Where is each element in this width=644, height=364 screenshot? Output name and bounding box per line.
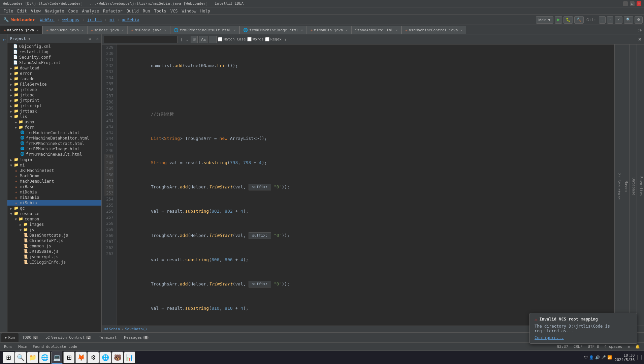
toolbar-link-websrc[interactable]: WebSrc <box>38 18 56 22</box>
tree-item-jsencrypt[interactable]: 📜 jsencrypt.js <box>7 254 101 260</box>
settings-button[interactable]: ⚙ <box>635 16 643 24</box>
tree-item-form[interactable]: ▼ 📁 form <box>7 125 101 130</box>
menu-build[interactable]: Build <box>125 8 141 14</box>
menu-window[interactable]: Window <box>180 8 198 14</box>
tree-item-qc[interactable]: ▶ 📁 qc <box>7 206 101 211</box>
project-collapse-icon[interactable]: – <box>93 36 95 41</box>
tree-item-facade[interactable]: ▶ 📁 facade <box>7 76 101 82</box>
indent-setting[interactable]: 4 spaces <box>603 344 623 349</box>
words-checkbox[interactable]: Words <box>247 37 264 41</box>
tree-item-standashx[interactable]: 📄 StandAshxProj.iml <box>7 60 101 65</box>
file-encoding[interactable]: UTF-8 <box>586 344 600 349</box>
toolbar-link-mi[interactable]: mi <box>108 18 116 22</box>
tree-item-mibase[interactable]: ☕ miBase <box>7 184 101 189</box>
taskbar-firefox[interactable]: 🦊 <box>75 352 87 364</box>
vcs-update[interactable]: ↓ <box>599 16 606 24</box>
find-extra-button[interactable]: ⋯ <box>209 36 217 43</box>
tree-item-mi[interactable]: ▼ 📁 mi <box>7 162 101 168</box>
menu-vcs[interactable]: VCS <box>168 8 180 14</box>
tree-item-jrtmachinetest[interactable]: ☕ JRTMachineTest <box>7 168 101 173</box>
bottom-tab-terminal[interactable]: Terminal <box>95 333 120 342</box>
speaker-icon[interactable]: 🔊 <box>595 355 600 360</box>
taskbar-search[interactable]: 🔍 <box>14 352 27 364</box>
menu-code[interactable]: Code <box>66 8 80 14</box>
menu-tools[interactable]: Tools <box>152 8 168 14</box>
taskbar-chrome[interactable]: 🌐 <box>99 352 111 364</box>
menu-edit[interactable]: Edit <box>15 8 29 14</box>
tab-midobia[interactable]: ☕ miDobia.java ✕ <box>127 26 170 34</box>
tree-item-error[interactable]: ▶ 📁 error <box>7 71 101 76</box>
toolbar-link-jrtlis[interactable]: jrtlis <box>86 18 103 22</box>
vcs-commit[interactable]: ✓ <box>615 16 622 24</box>
tree-item-lis[interactable]: ▼ 📁 lis <box>7 114 101 119</box>
code-text[interactable]: nameList.add(value10Name.trim()); //分割坐标… <box>117 44 614 326</box>
structure-label[interactable]: 2: Structure <box>616 173 622 200</box>
tree-item-chinesetopy[interactable]: 📜 ChineseToPY.js <box>7 238 101 243</box>
taskbar-explorer[interactable]: 📁 <box>27 352 39 364</box>
cursor-position[interactable]: 92:37 <box>556 344 570 349</box>
tree-item-baseshortcuts[interactable]: 📜 BaseShortcuts.js <box>7 233 101 238</box>
tree-item-objconfig[interactable]: 📄 ObjConfig.xml <box>7 44 101 49</box>
breadcrumb-savedata[interactable]: SaveData() <box>125 327 147 331</box>
favorites-panel[interactable]: Favorites <box>637 44 644 326</box>
close-button[interactable]: ✕ <box>637 1 641 6</box>
tab-overflow[interactable]: ≫ <box>637 27 644 34</box>
network-icon[interactable]: 📶 <box>607 355 612 360</box>
find-filter-button[interactable]: ⊞ <box>191 36 198 43</box>
tree-item-jrtscript[interactable]: ▶ 📁 jrtscript <box>7 103 101 109</box>
tab-misebia[interactable]: ☕ miSebia.java ✕ <box>0 26 42 34</box>
bottom-tab-todo[interactable]: TODO 6 <box>19 333 42 342</box>
tree-item-machdemo[interactable]: ☕ MachDemo <box>7 173 101 179</box>
tree-item-midobia[interactable]: ☕ miDobia <box>7 189 101 195</box>
tree-item-frm-monitor[interactable]: 🌐 frmMachineDataMonitor.html <box>7 135 101 141</box>
tree-item-misebia[interactable]: ☕ miSebia <box>7 200 101 206</box>
project-close-icon[interactable]: ✕ <box>96 36 99 41</box>
menu-navigate[interactable]: Navigate <box>43 8 66 14</box>
tab-frm-image[interactable]: 🌐 frmRPMachineImage.html ✕ <box>239 26 307 34</box>
tree-item-jrtdemo[interactable]: ▶ 📁 jrtdemo <box>7 87 101 92</box>
minimize-button[interactable]: — <box>623 1 628 6</box>
tree-item-jrtprint[interactable]: ▶ 📁 jrtprint <box>7 98 101 103</box>
toolbar-link-webapps[interactable]: webapps <box>61 18 81 22</box>
antivirus-icon[interactable]: 🛡 <box>584 355 588 360</box>
find-input[interactable] <box>104 36 178 43</box>
tree-item-ashx[interactable]: ▶ 📁 ashx <box>7 119 101 125</box>
find-case-button[interactable]: Aa <box>199 36 207 43</box>
tree-item-frm-control[interactable]: 🌐 frmMachineControl.html <box>7 130 101 135</box>
tree-item-lislogininfo[interactable]: 📜 LISLoginInfo.js <box>7 260 101 265</box>
start-button[interactable]: ⊞ <box>3 352 14 363</box>
find-next-button[interactable]: ↓ <box>185 37 189 42</box>
find-help-icon[interactable]: ? <box>284 37 287 42</box>
bottom-tab-vcs[interactable]: ⎇ Version Control 2 <box>42 333 95 342</box>
toolbar-link-misebia[interactable]: miSebia <box>121 18 141 22</box>
tree-item-frm-image[interactable]: 🌐 frmRPMachineImage.html <box>7 146 101 152</box>
menu-file[interactable]: File <box>1 8 15 14</box>
structure-panel[interactable]: 2: Structure <box>614 44 622 326</box>
tree-item-security[interactable]: 📄 Security.conf <box>7 55 101 60</box>
project-panel-icon[interactable]: 1 <box>1 37 6 42</box>
match-case-checkbox[interactable]: Match Case <box>218 37 246 41</box>
tree-item-jrttask[interactable]: ▶ 📁 jrttask <box>7 109 101 114</box>
taskbar-app9[interactable]: 🐻 <box>111 352 124 364</box>
vcs-push[interactable]: ↑ <box>607 16 614 24</box>
tree-item-fileservice[interactable]: ▶ 📁 FileService <box>7 82 101 87</box>
menu-run[interactable]: Run <box>141 8 152 14</box>
regex-checkbox[interactable]: Regex <box>265 37 282 41</box>
taskbar-windows-store[interactable]: ⊞ <box>63 352 75 364</box>
project-gear-icon[interactable]: ⚙ <box>89 36 91 41</box>
bottom-tab-messages[interactable]: Messages 0 <box>121 333 152 342</box>
notifications-icon[interactable]: 🔔 <box>634 344 641 349</box>
user-icon[interactable]: 👤 <box>589 355 594 360</box>
menu-refactor[interactable]: Refactor <box>101 8 125 14</box>
favorites-label[interactable]: Favorites <box>638 176 644 196</box>
debug-button[interactable]: 🐛 <box>564 16 573 24</box>
tree-item-restart[interactable]: 📄 restart.flag <box>7 49 101 55</box>
tree-item-jrtbsbase[interactable]: 📜 JRTBSBase.js <box>7 249 101 254</box>
notification-configure-link[interactable]: Configure... <box>535 335 564 340</box>
find-close-button[interactable]: ✕ <box>638 37 642 42</box>
maximize-button[interactable]: □ <box>630 1 635 6</box>
breadcrumb-misebia[interactable]: miSebia <box>104 327 120 331</box>
tree-item-minanbia[interactable]: ☕ miNanBia <box>7 195 101 200</box>
taskbar-edge[interactable]: 🌐 <box>39 352 51 364</box>
taskbar-settings[interactable]: ⚙ <box>87 352 99 364</box>
